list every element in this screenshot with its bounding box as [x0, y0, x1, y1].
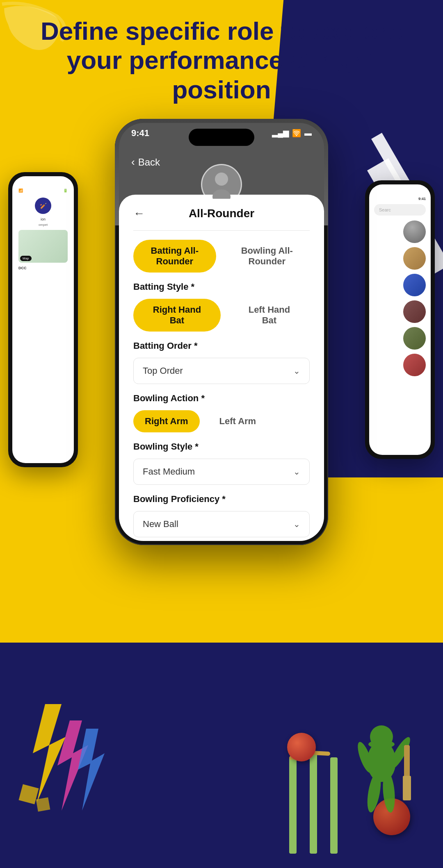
- bowling-proficiency-value: New Ball: [143, 519, 178, 529]
- left-arm-btn[interactable]: Left Arm: [208, 410, 268, 432]
- svg-point-1: [212, 189, 231, 199]
- svg-point-0: [215, 173, 228, 186]
- bowling-style-dropdown[interactable]: Fast Medium ⌄: [133, 459, 310, 485]
- role-toggle-group: Batting All-Rounder Bowling All-Rounder: [133, 240, 310, 273]
- wifi-icon: 🛜: [292, 129, 301, 138]
- bowling-proficiency-label: Bowling Proficiency *: [133, 494, 310, 504]
- header-divider: [133, 230, 310, 231]
- batting-order-dropdown[interactable]: Top Order ⌄: [133, 358, 310, 384]
- bowling-action-label: Bowling Action *: [133, 393, 310, 404]
- phone-main: 9:41 ▂▄▆ 🛜 ▬ ‹ Back: [115, 119, 328, 545]
- phone-right: 9:41 Searc: [365, 180, 435, 459]
- bowling-proficiency-chevron-icon: ⌄: [293, 519, 300, 529]
- left-phone-wifi: 📶: [18, 189, 23, 193]
- right-search-box[interactable]: Searc: [374, 204, 426, 216]
- right-hand-bat-btn[interactable]: Right Hand Bat: [133, 299, 221, 332]
- batting-order-label: Batting Order *: [133, 341, 310, 351]
- headline-text: Define specific role to explore your per…: [33, 16, 410, 104]
- left-label-ion: ion: [18, 217, 68, 221]
- left-label-ompet: ompet: [18, 223, 68, 227]
- card-panel: ← All-Rounder Batting All-Rounder Bowlin…: [119, 195, 324, 541]
- batting-style-label: Batting Style *: [133, 282, 310, 292]
- bowling-style-label: Bowling Style *: [133, 441, 310, 452]
- battery-icon: ▬: [304, 129, 312, 138]
- bowling-proficiency-dropdown[interactable]: New Ball ⌄: [133, 511, 310, 537]
- card-title: All-Rounder: [189, 207, 254, 220]
- signal-icon: ▂▄▆: [272, 129, 289, 138]
- headline-section: Define specific role to explore your per…: [0, 16, 443, 104]
- back-chevron-icon: ‹: [131, 156, 135, 168]
- left-phone-battery: 🔋: [63, 189, 68, 193]
- card-header: ← All-Rounder: [133, 207, 310, 220]
- bowling-style-value: Fast Medium: [143, 466, 195, 477]
- bowling-action-group: Right Arm Left Arm: [133, 410, 310, 432]
- right-arm-btn[interactable]: Right Arm: [133, 410, 200, 432]
- left-dcc-label: DCC: [18, 266, 68, 270]
- left-hand-bat-btn[interactable]: Left Hand Bat: [229, 299, 310, 332]
- batting-style-group: Right Hand Bat Left Hand Bat: [133, 299, 310, 332]
- phone-left: 📶 🔋 🏏 ion ompet Map DCC: [8, 172, 78, 467]
- back-label[interactable]: Back: [138, 157, 160, 168]
- batting-order-value: Top Order: [143, 366, 183, 376]
- right-phone-time: 9:41: [374, 197, 426, 201]
- dynamic-island: [189, 129, 254, 146]
- card-back-arrow[interactable]: ←: [133, 207, 145, 220]
- bowling-style-chevron-icon: ⌄: [293, 467, 300, 477]
- user-avatar: [201, 164, 242, 205]
- batting-order-chevron-icon: ⌄: [293, 366, 300, 376]
- batting-allrounder-btn[interactable]: Batting All-Rounder: [133, 240, 216, 273]
- left-map-tag[interactable]: Map: [20, 256, 32, 261]
- bowling-allrounder-btn[interactable]: Bowling All-Rounder: [224, 240, 310, 273]
- status-time: 9:41: [131, 128, 149, 139]
